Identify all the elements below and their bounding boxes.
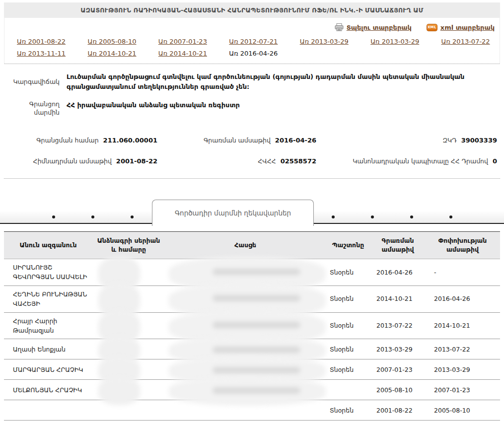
cell-name: ՍԻՐԱՆՈՒՅՇ ԳԵՎՈՐԳՅԱՆ ՍԱՄՎԵԼԻ: [4, 263, 92, 282]
snapshot-date-link[interactable]: Առ 2012-07-21: [229, 38, 278, 45]
cell-position: Տնօրեն: [326, 365, 370, 374]
redacted-address-smudge: [213, 367, 300, 373]
cell-position: Տնօրեն: [326, 268, 370, 277]
registration-field-label: Գրանցման համար: [36, 137, 98, 144]
status-value: Լուծարման գործընթացում գտնվելու կամ գործ…: [67, 72, 500, 92]
leaders-table: Անուն ազգանուն Անձնագրի սերիան և համարը …: [4, 231, 500, 421]
tab-dot-icon[interactable]: [371, 215, 374, 218]
snapshot-item: Առ 2005-08-10: [75, 38, 145, 45]
cell-record-date: 2007-01-23: [370, 365, 425, 374]
snapshot-item: Առ 2014-10-21: [75, 50, 145, 57]
cell-record-date: 2013-07-22: [370, 321, 425, 330]
redacted-address-smudge: [213, 322, 300, 328]
registration-field: Կանոնադրական կապիտալը ՀՀ Դրամով0: [319, 157, 500, 165]
cell-name: ՄԵԼՔՈՆՅԱՆ ՀՐԱՉԻԿ: [4, 385, 92, 395]
registrar-row: Գրանցող մարմին ՀՀ իրավաբանական անձանց պե…: [4, 100, 500, 117]
snapshot-date-link[interactable]: Առ 2014-10-21: [158, 50, 207, 57]
registrar-label: Գրանցող մարմին: [4, 100, 60, 117]
registration-field-value: 39003339: [461, 137, 497, 144]
info-section: Կարգավիճակ Լուծարման գործընթացում գտնվել…: [4, 64, 500, 128]
registration-field-label: ՀՎՀՀ: [258, 157, 276, 165]
table-body: ՍԻՐԱՆՈՒՅՇ ԳԵՎՈՐԳՅԱՆ ՍԱՄՎԵԼԻՏնօրեն2016-04…: [4, 259, 500, 421]
column-header-address: Հասցե: [165, 239, 326, 252]
table-row: ՀԵՂԻՆԵ ԲՈՒՆԻԱԹՅԱՆ ՎԱՀԵՅԻՏնօրեն2014-10-21…: [4, 286, 500, 313]
tab-label: Գործադիր մարմնի ղեկավարներ: [175, 209, 291, 217]
tab-executive-body-leaders[interactable]: Գործադիր մարմնի ղեկավարներ: [152, 200, 314, 226]
cell-change-date: 2005-08-10: [425, 406, 500, 415]
tab-dot-icon[interactable]: [332, 215, 335, 218]
snapshot-item: Առ 2013-03-29: [358, 38, 429, 45]
registration-field-value: 2016-04-26: [275, 137, 316, 144]
registration-field-value: 2001-08-22: [116, 157, 157, 165]
snapshot-date-current: Առ 2016-04-26: [229, 50, 278, 57]
snapshot-date-link[interactable]: Առ 2013-03-29: [300, 38, 349, 45]
cell-position: Տնօրեն: [326, 345, 370, 354]
tab-dot-icon[interactable]: [410, 215, 413, 218]
registration-field-label: Կանոնադրական կապիտալը ՀՀ Դրամով: [353, 157, 488, 165]
redacted-address-smudge: [213, 269, 300, 275]
snapshot-date-link[interactable]: Առ 2014-10-21: [87, 50, 136, 57]
snapshot-links: Առ 2001-08-22Առ 2005-08-10Առ 2007-01-23Ա…: [4, 35, 500, 64]
cell-change-date: 2016-04-26: [425, 294, 500, 303]
cell-name: ՀԵՂԻՆԵ ԲՈՒՆԻԱԹՅԱՆ ՎԱՀԵՅԻ: [4, 289, 92, 309]
redacted-address-blur: [169, 377, 326, 406]
snapshot-date-link[interactable]: Առ 2007-01-23: [158, 38, 207, 45]
registration-field-label: ԶԿԴ: [442, 137, 456, 144]
snapshot-date-link[interactable]: Առ 2013-11-11: [17, 50, 66, 57]
cell-record-date: 2014-10-21: [370, 294, 425, 303]
redacted-address-smudge: [213, 347, 300, 353]
cell-position: Տնօրեն: [326, 294, 370, 303]
xml-icon: XML: [427, 24, 437, 31]
page-title-bar: ԱԶԱՏՈՒԹՅՈՒՆ ՌԱԴԻՈԿԱՅԱՆ-ՀԱՅԱՍՏԱՆԻ ՀԱՆՐԱՊԵ…: [4, 2, 500, 18]
table-row: Աղասի ԵնոքյանՏնօրեն2013-03-292013-07-22: [4, 339, 500, 359]
cell-record-date: 2005-08-10: [370, 385, 425, 395]
column-header-name: Անուն ազգանուն: [4, 239, 92, 252]
xml-version-label[interactable]: xml տարբերակ: [440, 24, 495, 31]
column-header-position: Պաշտոնը: [326, 239, 370, 252]
table-header-row: Անուն ազգանուն Անձնագրի սերիան և համարը …: [4, 232, 500, 259]
cell-name: Աղասի Ենոքյան: [4, 345, 92, 354]
snapshot-item: Առ 2007-01-23: [146, 38, 216, 45]
snapshot-item: Առ 2013-11-11: [4, 50, 75, 57]
snapshot-item: Առ 2014-10-21: [146, 50, 216, 57]
redacted-passport-blur: [98, 377, 140, 405]
table-row: ՍԻՐԱՆՈՒՅՇ ԳԵՎՈՐԳՅԱՆ ՍԱՄՎԵԼԻՏնօրեն2016-04…: [4, 259, 500, 286]
snapshot-date-link[interactable]: Առ 2005-08-10: [87, 38, 136, 45]
toolbar: Տպելու տարբերակ XML xml տարբերակ: [4, 18, 500, 35]
printer-icon: [335, 23, 344, 31]
redacted-address-smudge: [213, 295, 300, 301]
tab-dot-icon[interactable]: [449, 215, 452, 218]
snapshot-date-link[interactable]: Առ 2001-08-22: [17, 38, 66, 45]
cell-position: Տնօրեն: [326, 321, 370, 330]
print-version-label[interactable]: Տպելու տարբերակ: [347, 24, 412, 31]
registration-field: Հիմնադրման ամսաթիվ2001-08-22: [4, 157, 160, 165]
registration-field: ԶԿԴ39003339: [319, 137, 500, 144]
column-header-passport: Անձնագրի սերիան և համարը: [92, 234, 165, 256]
registration-field-value: 0: [493, 157, 497, 165]
tab-dot-icon[interactable]: [131, 215, 134, 218]
cell-change-date: 2014-10-21: [425, 321, 500, 330]
cell-record-date: 2016-04-26: [370, 268, 425, 277]
registration-field: Գրառման ամսաթիվ2016-04-26: [160, 137, 319, 144]
print-version-link[interactable]: Տպելու տարբերակ: [335, 23, 412, 31]
registration-details: Գրանցման համար211.060.00001Գրառման ամսաթ…: [4, 128, 500, 179]
snapshot-date-link[interactable]: Առ 2013-03-29: [370, 38, 419, 45]
tab-dot-icon[interactable]: [52, 215, 55, 218]
cell-record-date: 2013-03-29: [370, 345, 425, 354]
cell-name: ՄԱՐԳԱՐՅԱՆ ՀՐԱՉԻԿ: [4, 365, 92, 374]
registration-field-value: 211.060.00001: [103, 137, 157, 144]
tab-dot-icon[interactable]: [91, 215, 94, 218]
column-header-record-date: Գրառման ամսաթիվ: [370, 234, 425, 256]
cell-position: Տնօրեն: [326, 406, 370, 415]
registration-field: Գրանցման համար211.060.00001: [4, 137, 160, 144]
xml-version-link[interactable]: XML xml տարբերակ: [427, 24, 495, 31]
tab-strip: Գործադիր մարմնի ղեկավարներ: [4, 200, 500, 226]
cell-name: Հրայր Հարրի Թամրազյան: [4, 316, 92, 336]
snapshot-date-link[interactable]: Առ 2013-07-22: [441, 38, 490, 45]
redacted-address-smudge: [213, 387, 300, 394]
snapshot-item: Առ 2016-04-26: [216, 50, 287, 57]
top-panel: Տպելու տարբերակ XML xml տարբերակ Առ 2001…: [4, 18, 500, 64]
registration-field-label: Հիմնադրման ամսաթիվ: [33, 157, 111, 165]
registration-field-label: Գրառման ամսաթիվ: [204, 137, 271, 144]
page: ԱԶԱՏՈՒԹՅՈՒՆ ՌԱԴԻՈԿԱՅԱՆ-ՀԱՅԱՍՏԱՆԻ ՀԱՆՐԱՊԵ…: [4, 2, 500, 421]
